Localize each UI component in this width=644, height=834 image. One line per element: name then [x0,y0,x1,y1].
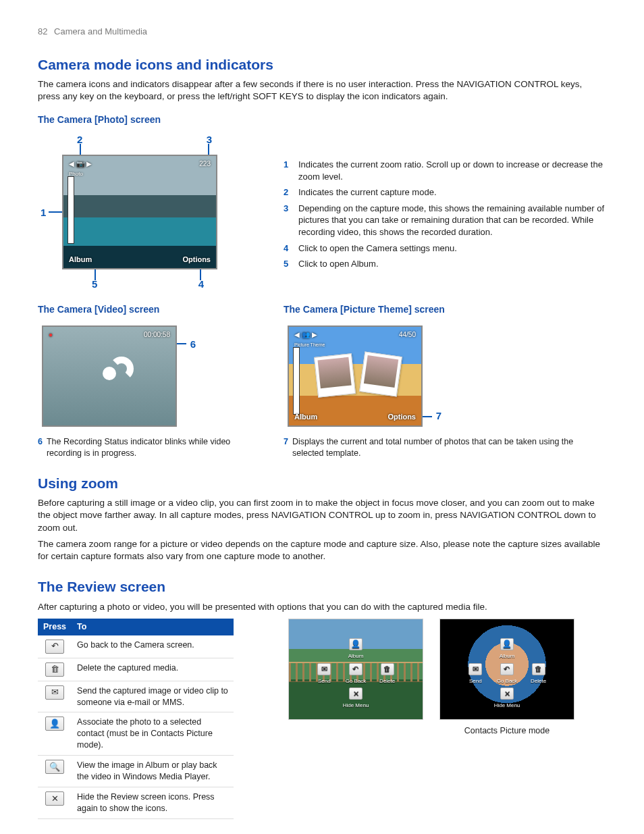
callout-number-1: 1 [41,206,46,219]
camera-bottom-bar: Album Options [294,412,416,422]
subheading-video-screen: The Camera [Video] screen [38,303,267,316]
video-col: The Camera [Video] screen 6 ● 00:00:58 6… [38,292,267,459]
callout-item: 1Indicates the current zoom ratio. Scrol… [284,159,606,182]
chapter-title: Camera and Multimedia [54,26,147,36]
contact-icon: 👤 [45,716,64,731]
review-intro: After capturing a photo or video, you wi… [38,601,606,613]
section-title-camera-icons: Camera mode icons and indicators [38,55,606,74]
running-header: 82 Camera and Multimedia [38,26,606,38]
row-desc: Associate the photo to a selected contac… [72,712,234,756]
video-figure: 6 ● 00:00:58 [38,321,196,431]
page-number: 82 [38,26,47,36]
review-shot-contacts: 👤 Album ✉ ↶ 🗑 Send Go Back Delete ✕ [439,619,574,737]
callout-item: 2Indicates the current capture mode. [284,186,606,199]
camera-video-screen: ● 00:00:58 [42,325,177,427]
table-row: 🔍 View the image in Album or play back t… [38,756,234,787]
album-icon[interactable]: 👤 [349,638,363,650]
video-note: 6 The Recording Status indicator blinks … [38,436,267,459]
send-icon[interactable]: ✉ [317,663,331,675]
table-row: ✉ Send the captured image or video clip … [38,681,234,712]
row-desc: Hide the Review screen icons. Press agai… [72,787,234,818]
shot-image: 👤 Album ✉ ↶ 🗑 Send Go Back Delete ✕ [439,619,574,720]
capture-mode-indicator: ◀ 👥 ▶ Picture Theme [294,330,325,348]
review-row: Press To ↶ Go back to the Camera screen.… [38,619,606,819]
photo-row: 2 3 1 5 4 ◀ 📷 ▶ Photo 223 [38,132,606,292]
theme-note: 7 Displays the current and total number … [284,436,606,459]
hide-icon[interactable]: ✕ [500,687,514,700]
zoom-para-2: The camera zoom range for a picture or v… [38,538,606,563]
close-icon: ✕ [45,791,64,806]
table-row: ↶ Go back to the Camera screen. [38,635,234,658]
video-theme-row: The Camera [Video] screen 6 ● 00:00:58 6… [38,292,606,459]
callout-item: 4Click to open the Camera settings menu. [284,242,606,255]
camera-top-bar: ● 00:00:58 [49,330,170,340]
camera-bottom-bar: Album Options [69,255,211,265]
template-count: 44/50 [399,330,416,348]
softkey-options[interactable]: Options [182,255,211,265]
subheading-theme-screen: The Camera [Picture Theme] screen [284,303,606,316]
photo-callout-list: 1Indicates the current zoom ratio. Scrol… [284,132,606,292]
template-photo-2 [359,352,402,397]
shot-image: 👤 Album ✉ ↶ 🗑 Send Go Back Delete ✕ [288,619,423,720]
zoom-bar [68,176,74,244]
review-shots: 👤 Album ✉ ↶ 🗑 Send Go Back Delete ✕ [257,619,606,737]
row-desc: Delete the captured media. [72,658,234,681]
callout-number-6: 6 [190,338,196,351]
table-row: ✕ Hide the Review screen icons. Press ag… [38,787,234,818]
album-icon[interactable]: 👤 [500,638,514,650]
section-title-review: The Review screen [38,577,606,596]
table-row: 👤 Associate the photo to a selected cont… [38,712,234,756]
zoom-bar [293,347,300,415]
review-menu: 👤 Album ✉ ↶ 🗑 Send Go Back Delete ✕ [308,635,403,710]
delete-icon[interactable]: 🗑 [381,663,394,675]
delete-icon[interactable]: 🗑 [532,663,545,675]
callout-line [95,268,96,280]
back-icon: ↶ [45,640,64,654]
review-table-col: Press To ↶ Go back to the Camera screen.… [38,619,240,819]
softkey-album[interactable]: Album [69,255,92,265]
theme-figure: 7 ◀ 👥 ▶ Picture Theme 44/50 Album [284,321,441,431]
trash-icon: 🗑 [45,662,64,677]
back-icon[interactable]: ↶ [349,663,363,675]
remaining-count: 223 [199,159,211,178]
review-shot-normal: 👤 Album ✉ ↶ 🗑 Send Go Back Delete ✕ [288,619,423,737]
zoom-para-1: Before capturing a still image or a vide… [38,497,606,534]
envelope-icon: ✉ [45,685,64,700]
photo-figure: 2 3 1 5 4 ◀ 📷 ▶ Photo 223 [38,132,231,292]
row-desc: Send the captured image or video clip to… [72,681,234,712]
softkey-options[interactable]: Options [387,412,416,422]
section-title-zoom: Using zoom [38,474,606,493]
back-icon[interactable]: ↶ [500,663,514,675]
review-menu: 👤 Album ✉ ↶ 🗑 Send Go Back Delete ✕ [460,635,554,710]
record-timer: 00:00:58 [144,330,170,340]
review-table: Press To ↶ Go back to the Camera screen.… [38,619,234,819]
subheading-photo-screen: The Camera [Photo] screen [38,113,606,126]
callout-item: 3Depending on the capture mode, this sho… [284,203,606,238]
camera-theme-screen: ◀ 👥 ▶ Picture Theme 44/50 Album Options [288,325,423,427]
table-row: 🗑 Delete the captured media. [38,658,234,681]
row-desc: Go back to the Camera screen. [72,635,234,658]
theme-col: The Camera [Picture Theme] screen 7 ◀ 👥 … [284,292,606,459]
callout-line [200,268,201,280]
shot-caption: Contacts Picture mode [439,725,574,737]
photo-figure-col: 2 3 1 5 4 ◀ 📷 ▶ Photo 223 [38,132,267,292]
callout-number-7: 7 [436,409,441,423]
capture-mode-indicator: ◀ 📷 ▶ Photo [69,159,92,178]
view-icon: 🔍 [45,760,64,774]
camera-photo-screen: ◀ 📷 ▶ Photo 223 Album Options [62,155,217,269]
softkey-album[interactable]: Album [294,412,317,422]
record-indicator-icon: ● [49,330,53,340]
camera-top-bar: ◀ 👥 ▶ Picture Theme 44/50 [294,330,416,348]
camera-top-bar: ◀ 📷 ▶ Photo 223 [69,159,211,178]
col-press: Press [38,619,72,635]
col-to: To [72,619,234,635]
section-intro: The camera icons and indicators disappea… [38,78,606,103]
hide-icon[interactable]: ✕ [349,687,363,700]
row-desc: View the image in Album or play back the… [72,756,234,787]
send-icon[interactable]: ✉ [468,663,482,675]
callout-item: 5Click to open Album. [284,258,606,270]
callout-list: 1Indicates the current zoom ratio. Scrol… [284,159,606,269]
template-photo-1 [314,353,356,398]
page: 82 Camera and Multimedia Camera mode ico… [0,0,644,834]
